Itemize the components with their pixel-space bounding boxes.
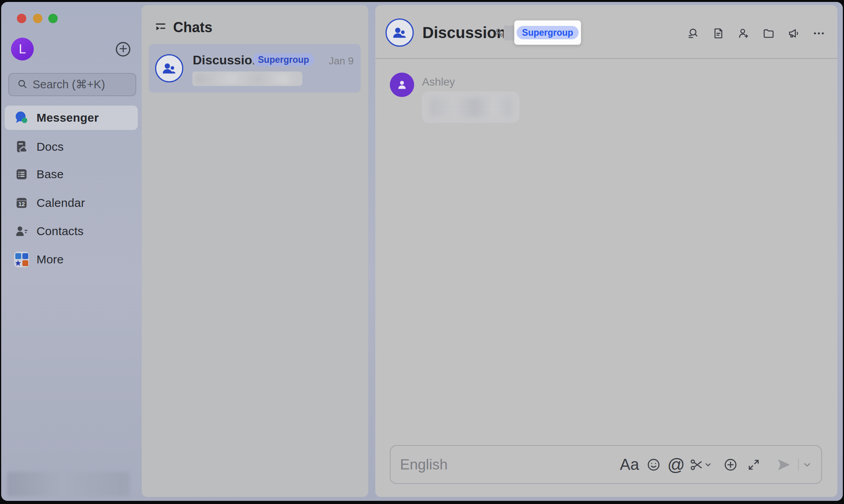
chat-header: Discussion Supergroup: [375, 5, 837, 58]
close-button[interactable]: [17, 14, 26, 23]
sidebar-item-label: Base: [37, 168, 64, 181]
conversation-date: Jan 9: [329, 55, 354, 67]
chat-panel: Discussion Supergroup: [375, 5, 837, 497]
app-window: L Messenger: [1, 2, 843, 501]
sidebar-item-label: More: [37, 253, 64, 266]
collapse-chat-list-icon[interactable]: [154, 22, 167, 35]
contacts-icon: [14, 224, 29, 239]
redacted-member-count: [504, 26, 514, 40]
composer-divider: [798, 446, 799, 483]
sidebar-item-label: Messenger: [37, 111, 99, 124]
calendar-day-label: 12: [14, 201, 29, 207]
redacted-message-preview: [192, 71, 302, 86]
sidebar-item-messenger[interactable]: Messenger: [5, 106, 138, 130]
header-divider: [375, 58, 837, 59]
screenshot-icon[interactable]: [689, 446, 711, 483]
search-input[interactable]: [28, 78, 135, 91]
search-in-chat-icon[interactable]: [687, 27, 700, 40]
redacted-profile-area: [7, 472, 130, 497]
new-chat-button[interactable]: [116, 42, 130, 57]
sidebar-item-docs[interactable]: Docs: [5, 135, 138, 159]
chats-header: Chats: [142, 5, 368, 42]
sidebar-item-label: Calendar: [37, 196, 85, 210]
chat-group-avatar[interactable]: [385, 18, 414, 47]
conversation-item-discussion[interactable]: Discussion Supergroup Jan 9: [149, 44, 361, 93]
chats-title: Chats: [173, 19, 212, 36]
attach-icon[interactable]: [723, 446, 738, 483]
mention-icon[interactable]: @: [667, 446, 685, 483]
plus-icon: [119, 44, 128, 55]
send-options-icon[interactable]: [803, 446, 811, 483]
sidebar-item-base[interactable]: Base: [5, 162, 138, 186]
message-composer[interactable]: Aa @: [390, 445, 822, 484]
minimize-button[interactable]: [33, 14, 42, 23]
chat-header-actions: [687, 27, 826, 40]
supergroup-badge-highlight: Supergroup: [514, 20, 581, 45]
send-icon[interactable]: [775, 446, 792, 483]
sidebar-item-label: Contacts: [37, 225, 84, 238]
calendar-icon: 12: [14, 195, 29, 210]
add-member-icon[interactable]: [737, 27, 750, 40]
profile-avatar[interactable]: L: [11, 38, 34, 60]
more-actions-icon[interactable]: [812, 27, 826, 40]
search-icon: [17, 79, 28, 91]
docs-icon: [14, 139, 29, 154]
chats-panel: Chats Discussion Supergroup Jan 9: [142, 5, 368, 497]
messenger-icon: [14, 110, 29, 125]
sender-avatar[interactable]: [390, 73, 414, 97]
announcement-icon[interactable]: [787, 27, 800, 40]
sender-name: Ashley: [422, 76, 455, 88]
redacted-message-bubble: [422, 91, 519, 123]
sidebar-item-contacts[interactable]: Contacts: [5, 219, 138, 243]
sidebar-item-label: Docs: [37, 140, 64, 153]
supergroup-badge[interactable]: Supergroup: [517, 26, 579, 39]
sidebar-item-calendar[interactable]: 12 Calendar: [5, 191, 138, 215]
composer-input[interactable]: [399, 446, 603, 483]
expand-composer-icon[interactable]: [747, 446, 761, 483]
text-format-icon[interactable]: Aa: [620, 446, 639, 483]
global-search[interactable]: [8, 73, 136, 96]
more-apps-icon: [14, 252, 29, 267]
conversation-name: Discussion: [193, 53, 260, 68]
supergroup-badge: Supergroup: [252, 53, 314, 66]
emoji-icon[interactable]: [646, 446, 661, 483]
folder-icon[interactable]: [762, 27, 775, 40]
zoom-button[interactable]: [48, 14, 58, 23]
sidebar-item-more[interactable]: More: [5, 247, 138, 272]
group-avatar: [155, 54, 183, 82]
pinned-docs-icon[interactable]: [712, 27, 725, 40]
base-icon: [14, 167, 29, 182]
